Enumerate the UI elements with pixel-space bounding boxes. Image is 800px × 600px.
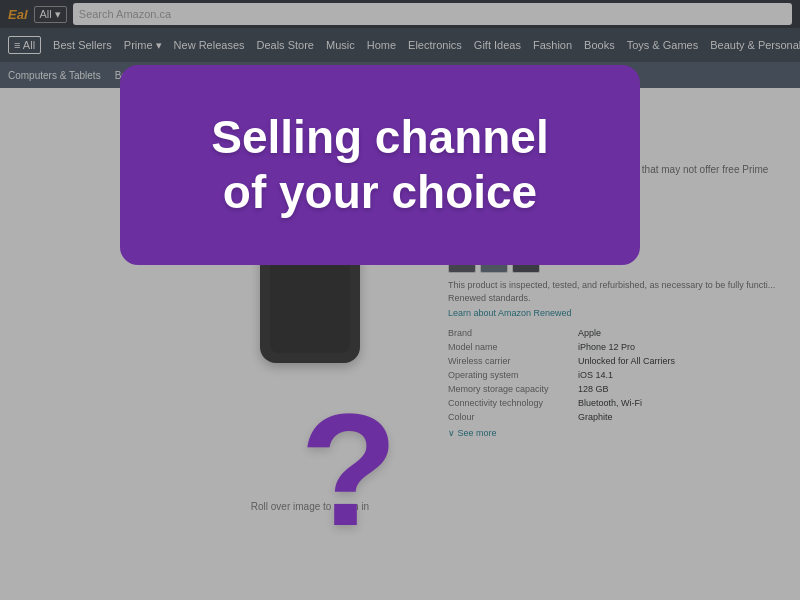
question-mark: ? xyxy=(300,390,398,550)
headline-text: Selling channel of your choice xyxy=(187,94,572,236)
headline-line2: of your choice xyxy=(223,166,537,218)
headline-line1: Selling channel xyxy=(211,111,548,163)
purple-headline-box: Selling channel of your choice xyxy=(120,65,640,265)
